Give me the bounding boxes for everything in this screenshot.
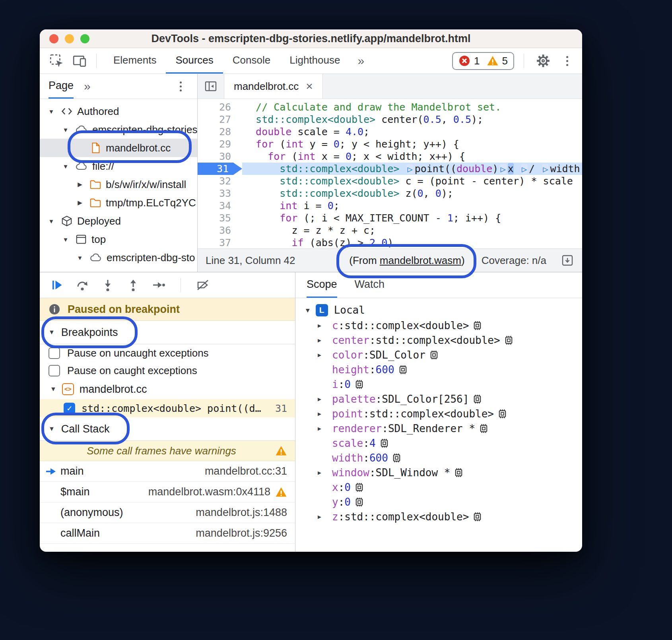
call-stack-section-header[interactable]: ▼ Call Stack	[40, 417, 295, 441]
expand-arrow-icon[interactable]: ▶	[318, 322, 332, 329]
memory-chip-icon[interactable]	[503, 335, 514, 345]
close-window-icon[interactable]	[49, 34, 58, 43]
tree-item-tmp-tmp-elctq2yc[interactable]: ▶tmp/tmp.ELcTq2YC	[40, 194, 197, 212]
collapse-arrow-icon[interactable]: ▼	[49, 329, 55, 336]
line-number[interactable]: 32	[198, 175, 242, 187]
line-number[interactable]: 33	[198, 187, 242, 200]
stack-frame-main[interactable]: $mainmandelbrot.wasm:0x4118	[40, 482, 295, 502]
scope-variable-center[interactable]: ▶center: std::complex<double>	[295, 333, 582, 347]
tree-item-file[interactable]: ▼file://	[40, 157, 197, 175]
scope-variable-window[interactable]: ▶window: SDL_Window *	[295, 465, 582, 480]
scope-variable-x[interactable]: x: 0	[295, 480, 582, 495]
line-number[interactable]: 29	[198, 138, 242, 150]
scope-variable-point[interactable]: ▶point: std::complex<double>	[295, 406, 582, 421]
more-panels-icon[interactable]: »	[353, 54, 368, 68]
scope-variable-z[interactable]: ▶z: std::complex<double>	[295, 509, 582, 524]
deactivate-breakpoints-icon[interactable]	[196, 278, 210, 292]
tree-item-emscripten-dbg-sto[interactable]: ▼emscripten-dbg-sto	[40, 248, 197, 267]
memory-chip-icon[interactable]	[354, 497, 365, 507]
expand-arrow-icon[interactable]: ▶	[318, 410, 332, 417]
line-number[interactable]: 30	[198, 150, 242, 163]
memory-chip-icon[interactable]	[453, 467, 464, 478]
scope-variable-height[interactable]: height: 600	[295, 362, 582, 377]
close-tab-icon[interactable]: ×	[306, 80, 313, 93]
stack-frame-main[interactable]: mainmandelbrot.cc:31	[40, 461, 295, 482]
tab-page[interactable]: Page	[49, 74, 74, 99]
scope-variable-width[interactable]: width: 600	[295, 450, 582, 465]
exception-toggle-pause-on-uncaught-exceptions[interactable]: Pause on uncaught exceptions	[40, 344, 295, 362]
inline-breakpoint-marker-icon[interactable]: ▷	[542, 164, 549, 174]
tab-sources[interactable]: Sources	[166, 48, 223, 74]
more-navigator-tabs-icon[interactable]: »	[84, 74, 91, 99]
tab-lighthouse[interactable]: Lighthouse	[280, 48, 350, 74]
scope-variable-c[interactable]: ▶c: std::complex<double>	[295, 318, 582, 333]
expand-arrow-icon[interactable]: ▶	[318, 337, 332, 344]
inline-breakpoint-marker-icon[interactable]: ▷	[406, 164, 413, 174]
open-drawer-icon[interactable]	[561, 254, 574, 267]
inline-breakpoint-marker-icon[interactable]: ▷	[499, 164, 506, 174]
code-editor[interactable]: 2526 // Calculate and draw the Mandelbro…	[198, 99, 582, 248]
exception-toggle-pause-on-caught-exceptions[interactable]: Pause on caught exceptions	[40, 362, 295, 379]
toggle-navigator-icon[interactable]	[198, 74, 224, 99]
step-out-icon[interactable]	[126, 278, 140, 292]
memory-chip-icon[interactable]	[354, 482, 365, 493]
checkbox[interactable]	[49, 347, 60, 359]
collapse-arrow-icon[interactable]: ▼	[50, 386, 56, 393]
line-number[interactable]: 27	[198, 113, 242, 126]
wasm-file-link[interactable]: mandelbrot.wasm	[380, 254, 461, 266]
memory-chip-icon[interactable]	[354, 379, 365, 390]
issues-badge[interactable]: 1 5	[452, 52, 514, 70]
expand-arrow-icon[interactable]: ▶	[318, 513, 332, 520]
tab-console[interactable]: Console	[223, 48, 280, 74]
scope-local-section[interactable]: ▼ L Local	[295, 302, 582, 318]
tree-item-mandelbrot-cc[interactable]: mandelbrot.cc	[40, 139, 197, 157]
tree-item-top[interactable]: ▼top	[40, 230, 197, 248]
expand-arrow-icon[interactable]: ▶	[318, 351, 332, 359]
expand-arrow-icon[interactable]: ▶	[318, 469, 332, 476]
scope-variable-color[interactable]: ▶color: SDL_Color	[295, 347, 582, 362]
line-number[interactable]: 35	[198, 212, 242, 224]
tab-elements[interactable]: Elements	[104, 48, 166, 74]
breakpoint-file-group[interactable]: ▼ <> mandelbrot.cc	[40, 379, 295, 399]
tree-item-emscripten-dbg-stories[interactable]: ▼emscripten-dbg-stories	[40, 120, 197, 139]
scope-variable-palette[interactable]: ▶palette: SDL_Color[256]	[295, 392, 582, 406]
tree-down-arrow-icon[interactable]: ▼	[46, 218, 56, 225]
line-number[interactable]: 34	[198, 200, 242, 212]
scope-variable-y[interactable]: y: 0	[295, 495, 582, 509]
memory-chip-icon[interactable]	[398, 365, 408, 375]
line-number[interactable]: 36	[198, 224, 242, 237]
tree-down-arrow-icon[interactable]: ▼	[60, 236, 71, 243]
tree-item-deployed[interactable]: ▼Deployed	[40, 212, 197, 230]
tree-down-arrow-icon[interactable]: ▼	[60, 126, 71, 133]
memory-chip-icon[interactable]	[497, 409, 508, 419]
tree-down-arrow-icon[interactable]: ▼	[75, 254, 85, 261]
memory-chip-icon[interactable]	[472, 320, 483, 331]
step-icon[interactable]	[152, 278, 165, 292]
memory-chip-icon[interactable]	[391, 453, 402, 463]
memory-chip-icon[interactable]	[379, 438, 390, 448]
breakpoint-checkbox[interactable]	[64, 403, 75, 414]
line-number[interactable]: 26	[198, 101, 242, 113]
tree-right-arrow-icon[interactable]: ▶	[75, 181, 85, 188]
collapse-arrow-icon[interactable]: ▼	[49, 425, 55, 432]
step-over-icon[interactable]	[76, 278, 89, 292]
scope-variable-scale[interactable]: scale: 4	[295, 436, 582, 450]
memory-chip-icon[interactable]	[429, 350, 439, 360]
tab-scope[interactable]: Scope	[307, 272, 337, 298]
tree-down-arrow-icon[interactable]: ▼	[60, 163, 71, 170]
collapse-arrow-icon[interactable]: ▼	[306, 306, 310, 314]
tree-right-arrow-icon[interactable]: ▶	[75, 199, 85, 206]
line-number[interactable]: 37	[198, 237, 242, 248]
checkbox[interactable]	[49, 365, 60, 376]
navigator-kebab-icon[interactable]	[173, 81, 188, 91]
inspect-element-icon[interactable]	[47, 51, 66, 70]
expand-arrow-icon[interactable]: ▶	[318, 396, 332, 403]
stack-frame-callmain[interactable]: callMainmandelbrot.js:9256	[40, 523, 295, 544]
device-toolbar-icon[interactable]	[70, 51, 89, 70]
resume-script-icon[interactable]	[50, 278, 64, 292]
memory-chip-icon[interactable]	[472, 394, 483, 404]
line-number[interactable]: 28	[198, 126, 242, 138]
kebab-menu-icon[interactable]	[559, 56, 575, 66]
minimize-window-icon[interactable]	[65, 34, 74, 43]
memory-chip-icon[interactable]	[478, 423, 489, 434]
